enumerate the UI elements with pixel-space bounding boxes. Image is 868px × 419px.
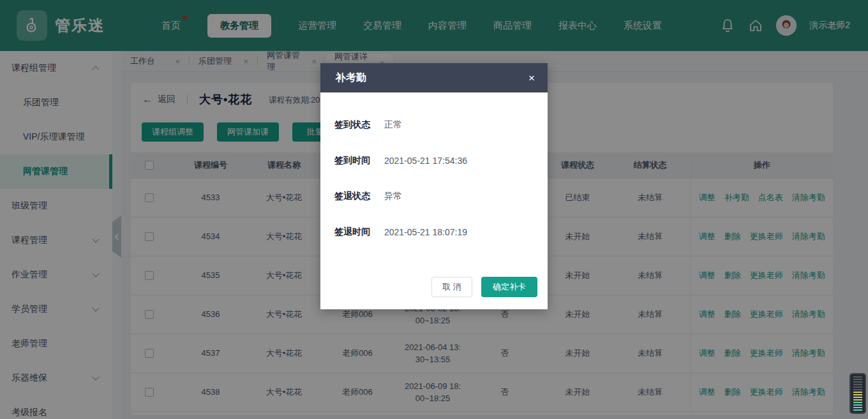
field-checkin-status: 签到状态 正常	[334, 118, 548, 132]
field-checkin-time: 签到时间 2021-05-21 17:54:36	[334, 154, 548, 168]
minimap-teal-stripes	[853, 402, 862, 412]
cancel-button[interactable]: 取 消	[431, 277, 472, 297]
makeup-attendance-modal: 补考勤 × 签到状态 正常 签到时间 2021-05-21 17:54:36 签…	[320, 63, 548, 309]
confirm-makeup-button[interactable]: 确定补卡	[481, 277, 537, 297]
minimap-widget[interactable]	[849, 373, 866, 414]
app-root: 管乐迷 首页 教务管理 运营管理 交易管理 内容管理 商品管理 报表中心 系统设…	[0, 0, 868, 419]
field-checkout-time: 签退时间 2021-05-21 18:07:19	[334, 225, 548, 239]
minimap-gray-stripes	[853, 376, 862, 392]
modal-body: 签到状态 正常 签到时间 2021-05-21 17:54:36 签退状态 异常…	[320, 92, 548, 239]
close-icon[interactable]: ×	[528, 73, 535, 84]
modal-title: 补考勤	[336, 71, 366, 85]
field-checkout-status: 签退状态 异常	[334, 189, 548, 203]
modal-header: 补考勤 ×	[320, 63, 548, 92]
modal-footer: 取 消 确定补卡	[431, 277, 537, 297]
minimap-yellow-stripes	[853, 392, 862, 402]
